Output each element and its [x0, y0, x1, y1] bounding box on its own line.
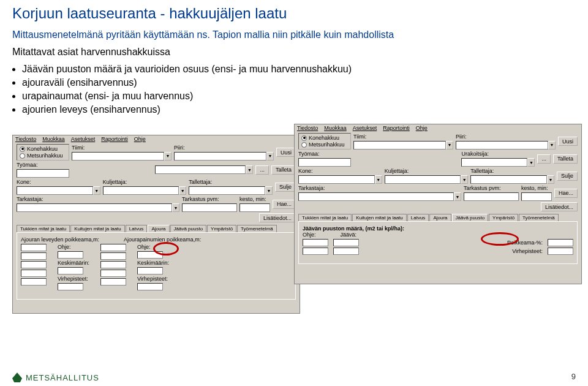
tab-ymparisto[interactable]: Ympäristö	[207, 225, 236, 232]
uusi-button[interactable]: Uusi	[558, 137, 578, 146]
input-poikkeama[interactable]	[548, 239, 573, 246]
radio-metsurihakkuu[interactable]: Metsurihakkuu	[20, 153, 66, 159]
combo-urakoitsija[interactable]: ▼	[461, 158, 535, 167]
chevron-down-icon[interactable]: ▼	[375, 175, 382, 184]
combo-piiri[interactable]: ▼	[456, 141, 556, 149]
combo-kone[interactable]: ▼	[17, 186, 100, 195]
grid-cell[interactable]	[333, 239, 359, 246]
chevron-down-icon[interactable]: ▼	[265, 186, 273, 195]
combo-kuljettaja[interactable]: ▼	[385, 175, 469, 184]
grid-cell[interactable]	[137, 283, 163, 290]
menu-file[interactable]: Tiedosto	[15, 136, 36, 142]
grid-cell[interactable]	[303, 248, 328, 255]
menu-bar[interactable]: Tiedosto Muokkaa Asetukset Raportointi O…	[295, 124, 581, 132]
grid-cell[interactable]	[333, 248, 359, 255]
chevron-down-icon[interactable]: ▼	[461, 175, 468, 184]
lisatiedot-button[interactable]: Lisätiedot...	[541, 202, 578, 211]
grid-cell[interactable]	[21, 252, 47, 260]
label-tallettaja: Tallettaja:	[470, 168, 554, 174]
input-tyomaa[interactable]	[298, 158, 351, 167]
input-virhepisteet[interactable]	[548, 248, 573, 255]
tab-jaava[interactable]: Jäävä puusto	[452, 214, 489, 221]
radio-konehakkuu[interactable]: Konehakkuu	[20, 146, 66, 152]
combo-tiimi[interactable]: ▼	[353, 141, 453, 149]
tab-latvus[interactable]: Latvus	[126, 225, 148, 232]
grid-cell[interactable]	[58, 251, 83, 259]
chevron-down-icon[interactable]: ▼	[266, 152, 274, 161]
chevron-down-icon[interactable]: ▼	[547, 175, 554, 184]
grid-cell[interactable]	[303, 239, 328, 246]
grid-cell[interactable]	[21, 278, 47, 286]
menu-settings[interactable]: Asetukset	[71, 136, 96, 142]
input-tarkastuspvm[interactable]	[182, 203, 237, 212]
grid-cell[interactable]	[100, 278, 126, 286]
chevron-down-icon[interactable]: ▼	[172, 203, 179, 212]
uusi-button[interactable]: Uusi	[276, 148, 296, 157]
input-kesto[interactable]	[521, 192, 552, 201]
dots-button[interactable]: ...	[537, 154, 551, 164]
combo-piiri[interactable]: ▼	[174, 152, 274, 161]
bullet-item: urapainaumat (ensi- ja muu harvennus)	[22, 91, 576, 102]
grid-cell[interactable]	[58, 267, 83, 274]
menu-report[interactable]: Raportointi	[101, 136, 128, 142]
chevron-down-icon[interactable]: ▼	[246, 165, 253, 174]
hae-button[interactable]: Hae...	[554, 189, 578, 198]
hae-button[interactable]: Hae...	[273, 200, 296, 209]
combo-tarkastaja[interactable]: ▼	[17, 203, 179, 212]
input-kesto[interactable]	[239, 203, 270, 212]
grid-cell[interactable]	[21, 244, 47, 251]
combo-extra[interactable]: ▼	[155, 165, 253, 174]
grid-cell[interactable]	[137, 267, 163, 274]
menu-settings[interactable]: Asetukset	[353, 125, 377, 131]
tab-jaava[interactable]: Jäävä puusto	[170, 225, 207, 232]
combo-tarkastaja[interactable]: ▼	[298, 192, 461, 201]
dots-button[interactable]: ...	[255, 165, 269, 175]
tab-tukit[interactable]: Tukkien mitat ja laatu	[298, 214, 352, 221]
menu-help[interactable]: Ohje	[134, 136, 146, 142]
grid-cell[interactable]	[100, 252, 126, 260]
chevron-down-icon[interactable]: ▼	[93, 186, 100, 195]
combo-tiimi[interactable]: ▼	[72, 152, 172, 161]
radio-konehakkuu[interactable]: Konehakkuu	[301, 135, 348, 141]
combo-tallettaja[interactable]: ▼	[189, 186, 273, 195]
grid-cell[interactable]	[100, 270, 126, 277]
chevron-down-icon[interactable]: ▼	[548, 141, 556, 149]
talleta-button[interactable]: Talleta	[271, 165, 296, 175]
radio-metsurihakkuu[interactable]: Metsurihakkuu	[301, 142, 348, 148]
label-tiimi: Tiimi:	[353, 134, 453, 140]
tab-tyomenetelma[interactable]: Työmenetelmä	[519, 214, 558, 221]
menu-file[interactable]: Tiedosto	[297, 125, 318, 131]
chevron-down-icon[interactable]: ▼	[164, 152, 172, 161]
input-tyomaa[interactable]	[17, 169, 69, 178]
menu-bar[interactable]: Tiedosto Muokkaa Asetukset Raportointi O…	[13, 135, 300, 143]
combo-kone[interactable]: ▼	[298, 175, 382, 184]
chevron-down-icon[interactable]: ▼	[446, 141, 453, 149]
lisatiedot-button[interactable]: Lisätiedot...	[259, 213, 296, 222]
menu-edit[interactable]: Muokkaa	[324, 125, 347, 131]
tab-ymparisto[interactable]: Ympäristö	[489, 214, 518, 221]
grid-cell[interactable]	[100, 261, 126, 268]
tab-ajoura[interactable]: Ajoura	[429, 214, 451, 221]
combo-tallettaja[interactable]: ▼	[470, 175, 554, 184]
tab-kuidut[interactable]: Kuitujen mitat ja laatu	[70, 225, 125, 232]
chevron-down-icon[interactable]: ▼	[179, 186, 186, 195]
combo-kuljettaja[interactable]: ▼	[103, 186, 187, 195]
grid-cell[interactable]	[100, 244, 126, 251]
tab-latvus[interactable]: Latvus	[407, 214, 429, 221]
tab-tyomenetelma[interactable]: Työmenetelmä	[237, 225, 276, 232]
menu-report[interactable]: Raportointi	[383, 125, 410, 131]
sulje-button[interactable]: Sulje	[275, 183, 296, 192]
talleta-button[interactable]: Talleta	[553, 154, 578, 164]
sulje-button[interactable]: Sulje	[557, 172, 578, 181]
menu-edit[interactable]: Muokkaa	[42, 136, 65, 142]
grid-cell[interactable]	[21, 261, 47, 268]
input-tarkastuspvm[interactable]	[464, 192, 519, 201]
tab-ajoura[interactable]: Ajoura	[148, 225, 169, 232]
tab-kuidut[interactable]: Kuitujen mitat ja laatu	[352, 214, 407, 221]
menu-help[interactable]: Ohje	[416, 125, 428, 131]
grid-cell[interactable]	[58, 283, 83, 290]
tab-tukit[interactable]: Tukkien mitat ja laatu	[17, 225, 70, 232]
chevron-down-icon[interactable]: ▼	[454, 192, 461, 201]
chevron-down-icon[interactable]: ▼	[527, 158, 535, 167]
grid-cell[interactable]	[21, 270, 47, 277]
